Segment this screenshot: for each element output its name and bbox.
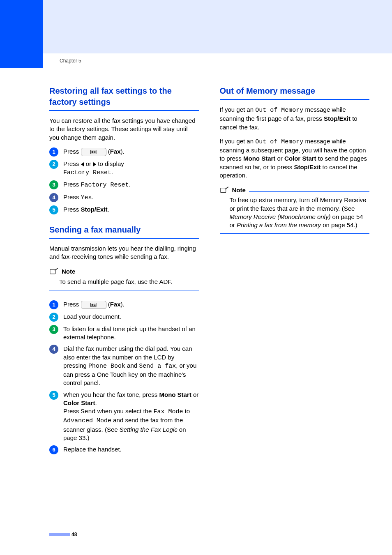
text: or (191, 391, 199, 398)
heading-out-of-memory: Out of Memory message (220, 85, 370, 97)
oom-p1: If you get an Out of Memory message whil… (220, 106, 370, 131)
svg-rect-6 (91, 304, 93, 306)
restore-step4-body: Press Yes. (63, 193, 199, 202)
note-rule (249, 191, 369, 192)
heading-restore-fax: Restoring all fax settings to the factor… (49, 85, 199, 108)
restore-intro: You can restore all the fax settings you… (49, 117, 199, 142)
manual-step4-body: Dial the fax number using the dial pad. … (63, 345, 199, 387)
chapter-label: Chapter 5 (60, 58, 81, 64)
text: . (108, 206, 109, 213)
arrow-left-icon (81, 162, 84, 166)
note-box: Note To free up extra memory, turn off M… (220, 186, 370, 239)
restore-step-2: 2 Press or to display Factory Reset. (49, 160, 199, 177)
note-box: Note To send a multiple page fax, use th… (49, 267, 199, 295)
manual-step-2: 2 Load your document. (49, 313, 199, 322)
step-badge-5: 5 (49, 391, 58, 400)
step-badge-4: 4 (49, 193, 58, 202)
svg-rect-3 (94, 152, 95, 153)
bold: Mono Start (159, 391, 191, 398)
manual-step-1: 1 Press (Fax). (49, 300, 199, 309)
restore-step1-body: Press (Fax). (63, 147, 199, 156)
text: Press (63, 148, 81, 155)
restore-step3-body: Press Factory Reset. (63, 180, 199, 189)
text: . (95, 399, 97, 406)
text: Press (63, 206, 81, 213)
restore-step2-body: Press or to display Factory Reset. (63, 160, 199, 177)
text: To free up extra memory, turn off Memory… (230, 196, 367, 212)
text: and (125, 362, 139, 369)
code: Phone Book (88, 363, 125, 370)
note-title: Note (62, 267, 75, 276)
text: . (129, 181, 131, 188)
note-text: To send a multiple page fax, use the ADF… (49, 278, 199, 286)
left-column: Restoring all fax settings to the factor… (49, 81, 199, 458)
code: Yes (81, 194, 92, 201)
text: or (275, 155, 284, 162)
text: Press (63, 301, 81, 308)
text: to (183, 408, 190, 415)
manual-step2-body: Load your document. (63, 313, 199, 321)
svg-rect-2 (94, 151, 95, 152)
bold: Stop/Exit (294, 164, 321, 170)
note-title: Note (232, 186, 246, 194)
rule (49, 238, 199, 239)
bold: Stop/Exit (324, 115, 350, 122)
text: when you select the (96, 408, 154, 415)
top-banner (0, 0, 392, 53)
text: . (92, 193, 94, 200)
rule (220, 99, 370, 100)
svg-rect-8 (94, 305, 95, 306)
note-bottom-rule (220, 233, 370, 234)
fax-icon (90, 149, 97, 155)
manual-step6-body: Replace the handset. (63, 445, 199, 454)
fax-bold: Fax (110, 301, 121, 308)
code: Send (81, 408, 96, 415)
code: Advanced Mode (63, 417, 111, 424)
italic: Memory Receive (Monochrome only) (230, 213, 331, 220)
chapter-blue-stub (0, 53, 43, 68)
heading-manual-fax: Sending a fax manually (49, 224, 199, 235)
svg-rect-7 (94, 304, 95, 305)
right-column: Out of Memory message If you get an Out … (220, 81, 370, 458)
restore-step-4: 4 Press Yes. (49, 193, 199, 202)
page-number: 48 (71, 531, 77, 538)
text: on page 54.) (321, 221, 357, 228)
restore-step5-body: Press Stop/Exit. (63, 205, 199, 214)
banner-pale (43, 0, 392, 53)
manual-step1-body: Press (Fax). (63, 300, 199, 309)
fax-bold: Fax (110, 148, 121, 155)
page-number-bar (49, 533, 70, 536)
note-pencil-icon (220, 187, 229, 194)
restore-step-5: 5 Press Stop/Exit. (49, 205, 199, 214)
note-rule (78, 273, 199, 273)
code: Out of Memory (255, 138, 303, 145)
chapter-strip: Chapter 5 (0, 53, 392, 68)
italic: Setting the Fax Logic (120, 426, 178, 433)
text: If you get an (220, 138, 256, 145)
text: to display (96, 160, 124, 167)
code: Fax Mode (153, 408, 183, 415)
code: Out of Memory (255, 107, 303, 114)
step-badge-2: 2 (49, 160, 58, 169)
note-bottom-rule (49, 290, 199, 290)
manual-step5-body: When you hear the fax tone, press Mono S… (63, 391, 199, 442)
step-badge-4: 4 (49, 345, 58, 354)
manual-step-4: 4 Dial the fax number using the dial pad… (49, 345, 199, 387)
fax-button[interactable] (81, 148, 106, 156)
bold: Mono Start (243, 155, 275, 162)
step-badge-3: 3 (49, 180, 58, 189)
text: or (84, 160, 93, 167)
step-badge-2: 2 (49, 313, 58, 322)
step-badge-3: 3 (49, 325, 58, 334)
text: If you get an (220, 106, 256, 113)
text: ). (121, 148, 125, 155)
stop-exit: Stop/Exit (81, 206, 108, 213)
rule (49, 110, 199, 111)
bold: Color Start (284, 155, 316, 162)
note-header: Note (220, 186, 370, 194)
fax-button[interactable] (81, 301, 106, 309)
manual-step-5: 5 When you hear the fax tone, press Mono… (49, 391, 199, 442)
step-badge-1: 1 (49, 147, 58, 157)
text: Press (63, 408, 81, 415)
restore-step-1: 1 Press (Fax). (49, 147, 199, 157)
